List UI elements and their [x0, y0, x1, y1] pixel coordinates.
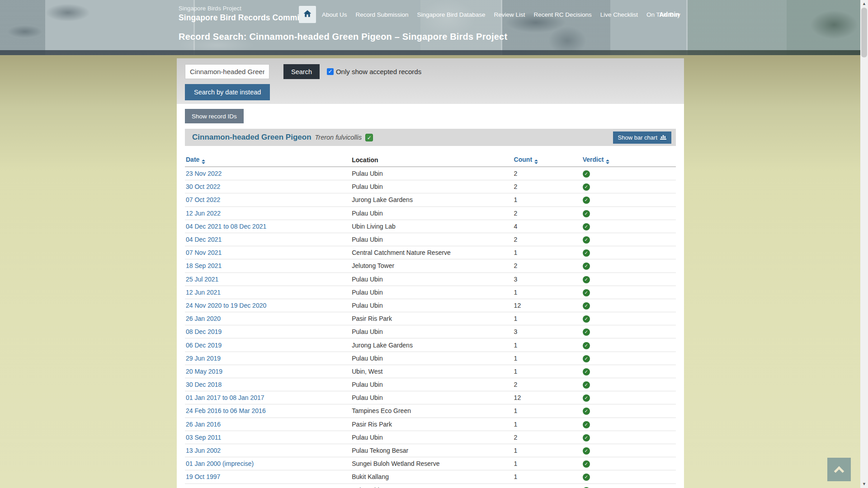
site-kicker: Singapore Birds Project — [179, 5, 314, 12]
accepted-only-checkbox-wrap[interactable]: ✓ Only show accepted records — [327, 68, 421, 75]
accepted-check-circle-icon: ✓ — [583, 183, 590, 191]
accepted-check-circle-icon: ✓ — [583, 223, 590, 230]
species-header-bar: Cinnamon-headed Green Pigeon Treron fulv… — [185, 129, 676, 146]
record-count: 2 — [514, 170, 583, 177]
page-scrollbar[interactable]: ▲ ▼ — [860, 0, 868, 488]
nav-link[interactable]: Live Checklist — [600, 11, 638, 18]
accepted-check-circle-icon: ✓ — [583, 447, 590, 455]
record-location: Pulau Ubin — [352, 381, 514, 388]
record-date-link[interactable]: 04 Dec 2021 to 08 Dec 2021 — [186, 223, 266, 230]
table-row: 07 Oct 2022Jurong Lake Gardens1✓ — [185, 193, 676, 206]
nav-link[interactable]: Review List — [494, 11, 525, 18]
sort-icon[interactable] — [534, 160, 538, 164]
record-date-link[interactable]: 08 Dec 2019 — [186, 328, 222, 335]
record-date-link[interactable]: 30 Oct 2022 — [186, 183, 220, 190]
accepted-check-circle-icon: ✓ — [583, 276, 590, 283]
table-row: 20 May 2019Ubin, West1✓ — [185, 365, 676, 378]
table-row: 30 Dec 2018Pulau Ubin2✓ — [185, 378, 676, 391]
sort-by-count[interactable]: Count — [514, 156, 532, 163]
record-date-link[interactable]: 07 Nov 2021 — [186, 249, 222, 256]
record-count: 1 — [514, 407, 583, 414]
scrollbar-down-arrow[interactable]: ▼ — [860, 480, 868, 488]
record-location: Pulau Ubin — [352, 276, 514, 283]
record-date-link[interactable]: 23 Mar 1995 — [186, 487, 222, 488]
accepted-check-circle-icon: ✓ — [583, 328, 590, 336]
record-location: Ubin Living Lab — [352, 223, 514, 230]
record-date-link[interactable]: 06 Dec 2019 — [186, 342, 222, 349]
accepted-check-circle-icon: ✓ — [583, 170, 590, 178]
record-date-link[interactable]: 26 Jan 2020 — [186, 315, 221, 322]
table-row: 29 Jun 2019Pulau Ubin1✓ — [185, 352, 676, 365]
record-date-link[interactable]: 18 Sep 2021 — [186, 262, 222, 269]
record-date-link[interactable]: 03 Sep 2011 — [186, 434, 221, 441]
accepted-check-circle-icon: ✓ — [583, 315, 590, 323]
scrollbar-up-arrow[interactable]: ▲ — [860, 0, 868, 8]
home-button[interactable] — [299, 6, 316, 23]
accepted-check-circle-icon: ✓ — [583, 474, 590, 481]
record-date-link[interactable]: 07 Oct 2022 — [186, 196, 220, 203]
record-date-link[interactable]: 12 Jun 2021 — [186, 289, 221, 296]
nav-link[interactable]: Record Submission — [356, 11, 409, 18]
table-row: 04 Dec 2021 to 08 Dec 2021Ubin Living La… — [185, 220, 676, 233]
record-date-link[interactable]: 25 Jul 2021 — [186, 276, 218, 283]
record-count: 1 — [514, 460, 583, 467]
search-by-date-button[interactable]: Search by date instead — [185, 84, 270, 100]
table-row: 26 Jan 2020Pasir Ris Park1✓ — [185, 312, 676, 325]
column-header-date: Date — [185, 156, 352, 164]
accepted-check-circle-icon: ✓ — [583, 210, 590, 217]
sort-by-date[interactable]: Date — [186, 156, 199, 163]
record-date-link[interactable]: 12 Jun 2022 — [186, 210, 221, 217]
nav-link[interactable]: Recent RC Decisions — [533, 11, 591, 18]
ids-row: Show record IDs — [177, 104, 684, 123]
accepted-check-circle-icon: ✓ — [583, 342, 590, 349]
table-row: 25 Jul 2021Pulau Ubin3✓ — [185, 273, 676, 286]
sort-icon[interactable] — [202, 160, 205, 164]
accepted-only-checkbox[interactable]: ✓ — [327, 68, 334, 75]
record-date-link[interactable]: 13 Jun 2002 — [186, 447, 221, 454]
nav-link[interactable]: Singapore Bird Database — [417, 11, 486, 18]
show-bar-chart-button[interactable]: Show bar chart — [613, 131, 671, 144]
sort-icon[interactable] — [606, 160, 609, 164]
accepted-check-circle-icon: ✓ — [583, 381, 590, 389]
bar-chart-button-label: Show bar chart — [618, 134, 657, 141]
table-row: 26 Jan 2016Pasir Ris Park1✓ — [185, 418, 676, 431]
record-date-link[interactable]: 01 Jan 2017 to 08 Jan 2017 — [186, 394, 264, 401]
species-search-input[interactable] — [185, 64, 269, 79]
table-row: 18 Sep 2021Jelutong Tower2✓ — [185, 259, 676, 272]
accepted-check-circle-icon: ✓ — [583, 394, 590, 402]
record-date-link[interactable]: 04 Dec 2021 — [186, 236, 222, 243]
record-location: Pulau Ubin — [352, 170, 514, 177]
table-row: 24 Feb 2016 to 06 Mar 2016Tampines Eco G… — [185, 404, 676, 418]
scroll-to-top-button[interactable] — [827, 458, 851, 481]
table-row: 13 Jun 2002Pulau Tekong Besar1✓ — [185, 444, 676, 457]
record-location: Jelutong Tower — [352, 262, 514, 269]
record-count: 12 — [514, 302, 583, 309]
scrollbar-thumb[interactable] — [861, 8, 867, 57]
record-location: Pulau Ubin — [352, 394, 514, 401]
accepted-check-circle-icon: ✓ — [583, 289, 590, 296]
admin-link[interactable]: Admin — [659, 11, 679, 18]
show-record-ids-button[interactable]: Show record IDs — [185, 109, 244, 123]
record-date-link[interactable]: 01 Jan 2000 (imprecise) — [186, 460, 254, 467]
record-date-link[interactable]: 24 Feb 2016 to 06 Mar 2016 — [186, 407, 266, 414]
record-date-link[interactable]: 23 Nov 2022 — [186, 170, 222, 177]
accepted-check-circle-icon: ✓ — [583, 434, 590, 441]
record-count: 1 — [514, 368, 583, 375]
sort-by-verdict[interactable]: Verdict — [583, 156, 604, 163]
record-date-link[interactable]: 29 Jun 2019 — [186, 355, 221, 362]
species-common-name: Cinnamon-headed Green Pigeon — [192, 133, 311, 142]
record-count: 2 — [514, 183, 583, 190]
record-date-link[interactable]: 20 May 2019 — [186, 368, 222, 375]
nav-link[interactable]: About Us — [322, 11, 347, 18]
bar-chart-icon — [660, 134, 666, 141]
table-row: 07 Nov 2021Central Catchment Nature Rese… — [185, 246, 676, 259]
record-date-link[interactable]: 26 Jan 2016 — [186, 421, 221, 428]
record-date-link[interactable]: 24 Nov 2020 to 19 Dec 2020 — [186, 302, 266, 309]
record-location: Jurong Lake Gardens — [352, 196, 514, 203]
record-date-link[interactable]: 19 Oct 1997 — [186, 473, 220, 480]
record-count: 2 — [514, 210, 583, 217]
search-button[interactable]: Search — [283, 64, 320, 79]
record-count: 1 — [514, 342, 583, 349]
record-count: 2 — [514, 381, 583, 388]
record-date-link[interactable]: 30 Dec 2018 — [186, 381, 222, 388]
